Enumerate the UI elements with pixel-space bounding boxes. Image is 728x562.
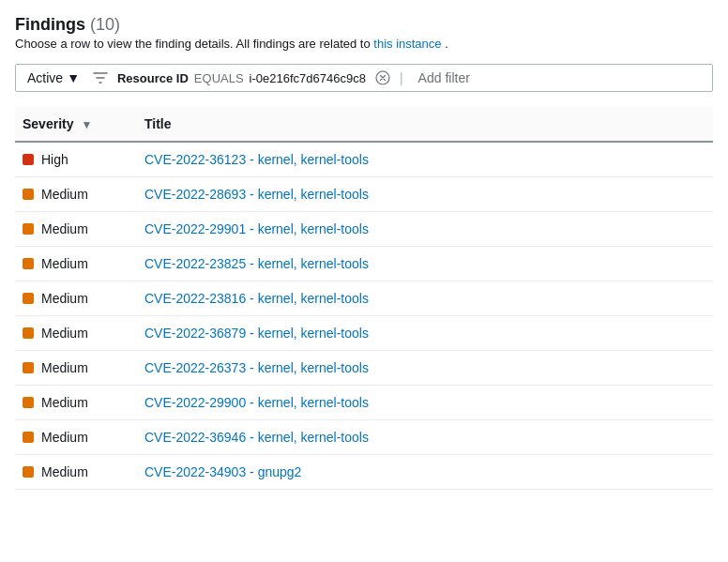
filter-tag: Resource ID EQUALS i-0e216fc7d6746c9c8 (117, 71, 366, 85)
title-column-header: Title (137, 107, 713, 142)
finding-link[interactable]: CVE-2022-28693 - kernel, kernel-tools (144, 187, 369, 202)
severity-label: Severity (23, 116, 73, 131)
table-row[interactable]: Medium CVE-2022-34903 - gnupg2 (15, 455, 713, 490)
severity-dot (23, 223, 34, 235)
findings-count: (10) (90, 15, 120, 34)
finding-link[interactable]: CVE-2022-36123 - kernel, kernel-tools (144, 152, 369, 167)
active-label: Active (27, 70, 63, 85)
severity-dot (23, 327, 34, 339)
finding-link[interactable]: CVE-2022-26373 - kernel, kernel-tools (144, 360, 369, 375)
severity-text: Medium (41, 187, 88, 202)
filter-divider: | (400, 70, 403, 85)
finding-link[interactable]: CVE-2022-23825 - kernel, kernel-tools (144, 256, 369, 271)
title-cell: CVE-2022-36123 - kernel, kernel-tools (137, 142, 713, 177)
severity-cell: Medium (15, 386, 137, 420)
table-header-row: Severity ▼ Title (15, 107, 713, 142)
severity-cell: Medium (15, 212, 137, 247)
table-row[interactable]: Medium CVE-2022-36946 - kernel, kernel-t… (15, 420, 713, 455)
page-header: Findings (10) Choose a row to view the f… (15, 15, 713, 51)
finding-link[interactable]: CVE-2022-29901 - kernel, kernel-tools (144, 221, 369, 236)
severity-cell: Medium (15, 247, 137, 281)
table-row[interactable]: Medium CVE-2022-23816 - kernel, kernel-t… (15, 281, 713, 316)
severity-cell: Medium (15, 455, 137, 490)
severity-dot (23, 258, 34, 269)
table-header: Severity ▼ Title (15, 107, 713, 142)
sort-icon: ▼ (81, 118, 92, 131)
findings-table: Severity ▼ Title High CVE-2022-36123 - k… (15, 107, 713, 490)
page-title: Findings (10) (15, 15, 713, 35)
table-row[interactable]: Medium CVE-2022-23825 - kernel, kernel-t… (15, 247, 713, 281)
severity-column-header[interactable]: Severity ▼ (15, 107, 137, 142)
findings-title: Findings (15, 15, 85, 34)
table-row[interactable]: Medium CVE-2022-28693 - kernel, kernel-t… (15, 177, 713, 212)
table-body: High CVE-2022-36123 - kernel, kernel-too… (15, 142, 713, 490)
severity-dot (23, 397, 34, 408)
filter-tag-op: EQUALS (194, 71, 244, 85)
filter-icon-container (93, 70, 108, 85)
title-cell: CVE-2022-36879 - kernel, kernel-tools (137, 316, 713, 351)
filter-clear-button[interactable] (375, 70, 390, 85)
severity-cell: High (15, 142, 137, 177)
severity-text: Medium (41, 430, 88, 445)
page-subtitle: Choose a row to view the finding details… (15, 37, 713, 51)
finding-link[interactable]: CVE-2022-36946 - kernel, kernel-tools (144, 430, 369, 445)
severity-cell: Medium (15, 177, 137, 212)
severity-dot (23, 154, 34, 165)
severity-text: Medium (41, 256, 88, 271)
chevron-down-icon: ▼ (67, 70, 80, 85)
title-cell: CVE-2022-23816 - kernel, kernel-tools (137, 281, 713, 316)
title-cell: CVE-2022-28693 - kernel, kernel-tools (137, 177, 713, 212)
title-cell: CVE-2022-26373 - kernel, kernel-tools (137, 351, 713, 386)
title-cell: CVE-2022-29901 - kernel, kernel-tools (137, 212, 713, 247)
severity-cell: Medium (15, 281, 137, 316)
severity-text: Medium (41, 360, 88, 375)
severity-text: Medium (41, 464, 88, 479)
title-label: Title (144, 116, 172, 131)
severity-cell: Medium (15, 351, 137, 386)
severity-dot (23, 466, 34, 478)
close-icon (375, 70, 390, 85)
filter-tag-value: i-0e216fc7d6746c9c8 (250, 71, 366, 85)
filter-bar: Active ▼ Resource ID EQUALS i-0e216fc7d6… (15, 64, 713, 92)
title-cell: CVE-2022-29900 - kernel, kernel-tools (137, 386, 713, 420)
title-cell: CVE-2022-36946 - kernel, kernel-tools (137, 420, 713, 455)
table-row[interactable]: Medium CVE-2022-29900 - kernel, kernel-t… (15, 386, 713, 420)
severity-text: Medium (41, 326, 88, 341)
instance-link[interactable]: this instance (373, 37, 441, 51)
severity-dot (23, 432, 34, 443)
filter-tag-label: Resource ID (117, 71, 189, 85)
add-filter-button[interactable]: Add filter (413, 68, 476, 87)
severity-dot (23, 189, 34, 200)
subtitle-text: Choose a row to view the finding details… (15, 37, 371, 51)
severity-cell: Medium (15, 316, 137, 351)
table-row[interactable]: Medium CVE-2022-26373 - kernel, kernel-t… (15, 351, 713, 386)
finding-link[interactable]: CVE-2022-29900 - kernel, kernel-tools (144, 395, 369, 410)
severity-cell: Medium (15, 420, 137, 455)
active-dropdown[interactable]: Active ▼ (23, 68, 83, 87)
table-row[interactable]: Medium CVE-2022-29901 - kernel, kernel-t… (15, 212, 713, 247)
table-row[interactable]: High CVE-2022-36123 - kernel, kernel-too… (15, 142, 713, 177)
severity-text: Medium (41, 221, 88, 236)
finding-link[interactable]: CVE-2022-36879 - kernel, kernel-tools (144, 326, 369, 341)
title-cell: CVE-2022-23825 - kernel, kernel-tools (137, 247, 713, 281)
severity-dot (23, 293, 34, 304)
severity-dot (23, 362, 34, 373)
filter-icon (93, 70, 108, 85)
severity-text: High (41, 152, 68, 167)
title-cell: CVE-2022-34903 - gnupg2 (137, 455, 713, 490)
finding-link[interactable]: CVE-2022-34903 - gnupg2 (144, 464, 301, 479)
table-row[interactable]: Medium CVE-2022-36879 - kernel, kernel-t… (15, 316, 713, 351)
severity-text: Medium (41, 395, 88, 410)
severity-text: Medium (41, 291, 88, 306)
finding-link[interactable]: CVE-2022-23816 - kernel, kernel-tools (144, 291, 369, 306)
subtitle-end: . (445, 37, 448, 51)
